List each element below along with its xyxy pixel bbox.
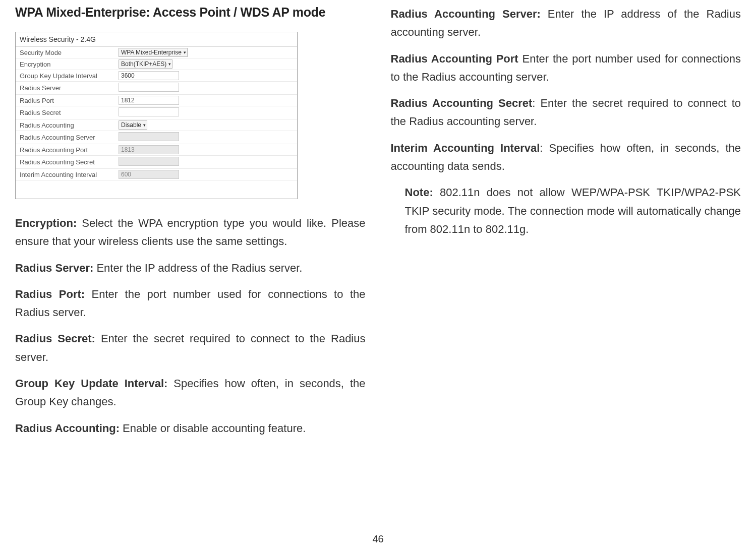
panel-title: Wireless Security - 2.4G (16, 32, 297, 47)
term-encryption: Encryption: (15, 217, 77, 229)
para-radius-secret: Radius Secret: Enter the secret required… (15, 330, 366, 366)
input-radius-accounting-server[interactable] (119, 132, 179, 141)
term-radius-port: Radius Port: (15, 288, 85, 300)
input-radius-server[interactable] (119, 83, 179, 92)
row-group-key-interval: Group Key Update Interval 3600 (16, 70, 297, 82)
term-radius-accounting-port: Radius Accounting Port (391, 52, 518, 65)
chevron-down-icon: ▾ (184, 50, 186, 55)
para-radius-port: Radius Port: Enter the port number used … (15, 285, 366, 322)
term-radius-accounting-server: Radius Accounting Server: (391, 8, 541, 20)
label-radius-accounting-secret: Radius Accounting Secret (16, 157, 117, 167)
chevron-down-icon: ▾ (168, 62, 171, 67)
term-group-key-interval: Group Key Update Interval: (15, 377, 167, 390)
para-note: Note: 802.11n does not allow WEP/WPA-PSK… (405, 183, 741, 238)
row-radius-accounting-port: Radius Accounting Port 1813 (16, 144, 297, 156)
input-radius-accounting-port[interactable]: 1813 (119, 145, 179, 154)
page-heading: WPA Mixed-Enterprise: Access Point / WDS… (15, 5, 366, 20)
para-interim-accounting-interval: Interim Accounting Interval: Specifies h… (391, 139, 741, 176)
label-interim-accounting-interval: Interim Accounting Interval (16, 169, 117, 180)
row-radius-accounting-server: Radius Accounting Server (16, 131, 297, 144)
row-radius-secret: Radius Secret (16, 106, 297, 119)
term-interim-accounting-interval: Interim Accounting Interval (391, 142, 540, 154)
para-encryption: Encryption: Select the WPA encryption ty… (15, 214, 366, 251)
select-security-mode[interactable]: WPA Mixed-Enterprise ▾ (119, 48, 188, 57)
para-radius-server: Radius Server: Enter the IP address of t… (15, 259, 366, 277)
label-encryption: Encryption (16, 59, 117, 70)
row-radius-port: Radius Port 1812 (16, 95, 297, 106)
input-group-key-interval[interactable]: 3600 (119, 71, 179, 80)
input-interim-accounting-interval[interactable]: 600 (119, 170, 179, 179)
row-interim-accounting-interval: Interim Accounting Interval 600 (16, 169, 297, 180)
wireless-security-panel: Wireless Security - 2.4G Security Mode W… (15, 32, 298, 199)
label-radius-server: Radius Server (16, 83, 117, 93)
para-radius-accounting: Radius Accounting: Enable or disable acc… (15, 419, 366, 438)
term-radius-server: Radius Server: (15, 262, 93, 274)
note-block: Note: 802.11n does not allow WEP/WPA-PSK… (391, 183, 741, 238)
term-note: Note: (405, 186, 433, 199)
label-radius-accounting: Radius Accounting (16, 120, 117, 131)
term-radius-accounting: Radius Accounting: (15, 422, 120, 435)
term-radius-accounting-secret: Radius Accounting Secret (391, 97, 533, 109)
para-radius-accounting-port: Radius Accounting Port Enter the port nu… (391, 50, 741, 87)
label-security-mode: Security Mode (16, 47, 117, 58)
chevron-down-icon: ▾ (143, 123, 146, 128)
row-radius-server: Radius Server (16, 82, 297, 95)
left-column: WPA Mixed-Enterprise: Access Point / WDS… (15, 5, 366, 446)
select-radius-accounting[interactable]: Disable ▾ (119, 120, 147, 130)
label-group-key-interval: Group Key Update Interval (16, 71, 117, 81)
page-content: WPA Mixed-Enterprise: Access Point / WDS… (0, 0, 756, 446)
row-encryption: Encryption Both(TKIP+AES) ▾ (16, 58, 297, 70)
input-radius-accounting-secret[interactable] (119, 157, 179, 166)
row-radius-accounting: Radius Accounting Disable ▾ (16, 119, 297, 131)
input-radius-port[interactable]: 1812 (119, 96, 179, 105)
row-security-mode: Security Mode WPA Mixed-Enterprise ▾ (16, 47, 297, 58)
term-radius-secret: Radius Secret: (15, 332, 95, 345)
row-radius-accounting-secret: Radius Accounting Secret (16, 156, 297, 169)
para-group-key-interval: Group Key Update Interval: Specifies how… (15, 375, 366, 411)
label-radius-secret: Radius Secret (16, 107, 117, 118)
input-radius-secret[interactable] (119, 107, 179, 116)
label-radius-port: Radius Port (16, 95, 117, 106)
label-radius-accounting-server: Radius Accounting Server (16, 132, 117, 143)
label-radius-accounting-port: Radius Accounting Port (16, 145, 117, 155)
para-radius-accounting-secret: Radius Accounting Secret: Enter the secr… (391, 94, 741, 131)
select-encryption[interactable]: Both(TKIP+AES) ▾ (119, 59, 172, 69)
page-number: 46 (0, 533, 756, 545)
para-radius-accounting-server: Radius Accounting Server: Enter the IP a… (391, 5, 741, 42)
right-column: Radius Accounting Server: Enter the IP a… (391, 5, 741, 446)
